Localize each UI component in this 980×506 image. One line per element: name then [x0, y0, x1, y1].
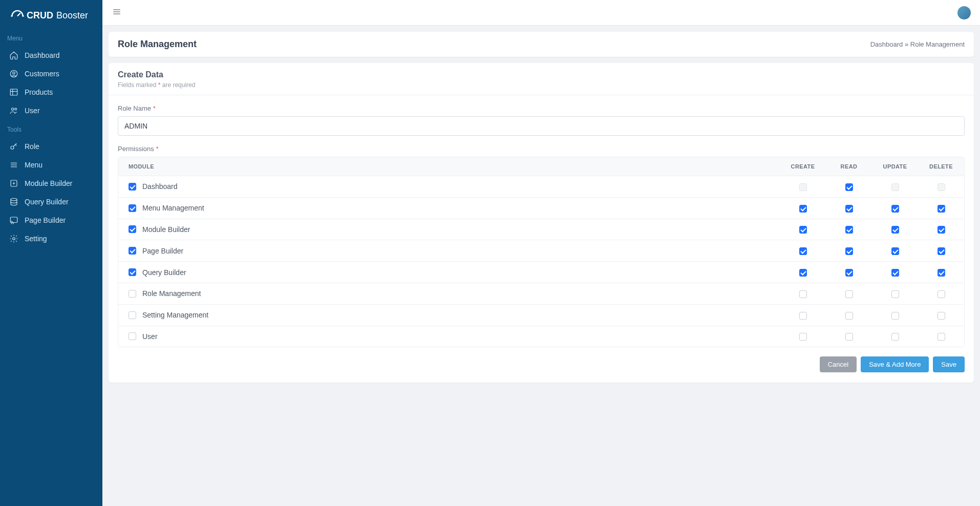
hamburger-icon	[112, 10, 122, 18]
perm-update-checkbox	[891, 183, 899, 191]
perm-create-checkbox[interactable]	[799, 290, 807, 298]
perm-delete-checkbox[interactable]	[938, 269, 945, 277]
breadcrumb-current: Role Management	[910, 40, 965, 48]
perm-read-checkbox[interactable]	[845, 290, 853, 298]
sidebar-item-setting[interactable]: Setting	[0, 229, 102, 248]
perm-create-checkbox[interactable]	[799, 247, 807, 255]
module-name: Menu Management	[142, 204, 204, 212]
perm-update-checkbox[interactable]	[891, 226, 899, 234]
brand-logo[interactable]: CRUDBooster	[0, 0, 102, 29]
table-row: Menu Management	[118, 197, 964, 219]
perm-update-checkbox[interactable]	[891, 312, 899, 320]
perm-create-checkbox[interactable]	[799, 269, 807, 277]
brand-light: Booster	[56, 10, 88, 21]
perm-create-checkbox[interactable]	[799, 226, 807, 234]
perm-read-checkbox[interactable]	[845, 226, 853, 234]
brand-gauge-icon	[10, 8, 25, 24]
perm-read-checkbox[interactable]	[845, 312, 853, 320]
sidebar-item-query-builder[interactable]: Query Builder	[0, 193, 102, 211]
sidebar-section-tools: Tools	[0, 120, 102, 137]
perm-update-checkbox[interactable]	[891, 290, 899, 298]
module-enable-checkbox[interactable]	[129, 183, 136, 191]
perm-create-checkbox[interactable]	[799, 205, 807, 213]
module-enable-checkbox[interactable]	[129, 204, 136, 212]
module-name: User	[142, 332, 158, 341]
perm-update-checkbox[interactable]	[891, 333, 899, 341]
sidebar-item-user[interactable]: User	[0, 101, 102, 120]
sidebar-section-menu: Menu	[0, 29, 102, 46]
svg-point-1	[13, 72, 15, 74]
module-name: Module Builder	[142, 225, 190, 234]
module-enable-checkbox[interactable]	[129, 247, 136, 255]
form-actions: Cancel Save & Add More Save	[118, 356, 965, 372]
perm-delete-checkbox[interactable]	[938, 247, 945, 255]
perm-read-checkbox[interactable]	[845, 183, 853, 191]
module-name: Dashboard	[142, 182, 178, 191]
perm-update-checkbox[interactable]	[891, 247, 899, 255]
table-row: Role Management	[118, 283, 964, 304]
module-enable-checkbox[interactable]	[129, 225, 136, 233]
users-icon	[9, 106, 18, 115]
sidebar-item-products[interactable]: Products	[0, 83, 102, 101]
perm-read-checkbox[interactable]	[845, 205, 853, 213]
gear-icon	[9, 234, 18, 243]
sidebar-item-label: Query Builder	[25, 198, 69, 206]
svg-point-6	[15, 108, 17, 110]
sidebar-item-label: Role	[25, 142, 39, 151]
perm-update-checkbox[interactable]	[891, 205, 899, 213]
role-name-input[interactable]	[118, 116, 965, 136]
role-name-label: Role Name *	[118, 104, 965, 112]
table-row: Query Builder	[118, 262, 964, 283]
permissions-table: Module Create Read Update Delete Dashboa…	[118, 157, 965, 347]
avatar[interactable]	[957, 6, 971, 19]
perm-create-checkbox[interactable]	[799, 333, 807, 341]
module-name: Query Builder	[142, 268, 186, 277]
perm-read-checkbox[interactable]	[845, 247, 853, 255]
module-enable-checkbox[interactable]	[129, 290, 136, 298]
key-icon	[9, 142, 18, 151]
sidebar-item-role[interactable]: Role	[0, 137, 102, 156]
perm-create-checkbox[interactable]	[799, 312, 807, 320]
perm-delete-checkbox[interactable]	[938, 205, 945, 213]
module-name: Setting Management	[142, 311, 208, 319]
perm-read-checkbox[interactable]	[845, 333, 853, 341]
perm-read-checkbox[interactable]	[845, 269, 853, 277]
perm-delete-checkbox[interactable]	[938, 333, 945, 341]
table-row: Module Builder	[118, 219, 964, 240]
perm-delete-checkbox[interactable]	[938, 312, 945, 320]
save-and-add-more-button[interactable]: Save & Add More	[861, 356, 929, 372]
svg-point-12	[11, 198, 17, 201]
module-enable-checkbox[interactable]	[129, 268, 136, 276]
module-enable-checkbox[interactable]	[129, 332, 136, 340]
table-row: Dashboard	[118, 176, 964, 198]
page-title: Role Management	[118, 39, 197, 50]
svg-rect-13	[10, 217, 17, 223]
svg-point-14	[13, 238, 15, 240]
database-icon	[9, 197, 18, 206]
table-row: Page Builder	[118, 240, 964, 262]
save-button[interactable]: Save	[933, 356, 965, 372]
col-delete: Delete	[918, 157, 964, 176]
col-read: Read	[826, 157, 872, 176]
module-name: Page Builder	[142, 247, 183, 255]
perm-delete-checkbox	[938, 183, 945, 191]
cancel-button[interactable]: Cancel	[820, 356, 857, 372]
sidebar-item-module-builder[interactable]: Module Builder	[0, 174, 102, 193]
sidebar-item-dashboard[interactable]: Dashboard	[0, 46, 102, 65]
sidebar-item-page-builder[interactable]: Page Builder	[0, 211, 102, 229]
perm-update-checkbox[interactable]	[891, 269, 899, 277]
module-enable-checkbox[interactable]	[129, 311, 136, 319]
table-row: Setting Management	[118, 304, 964, 326]
sidebar-item-menu[interactable]: Menu	[0, 156, 102, 174]
breadcrumb-root[interactable]: Dashboard	[870, 40, 903, 48]
perm-delete-checkbox[interactable]	[938, 290, 945, 298]
cast-icon	[9, 216, 18, 225]
sidebar-item-label: User	[25, 107, 40, 115]
breadcrumb: Dashboard » Role Management	[870, 40, 965, 48]
sidebar-item-customers[interactable]: Customers	[0, 65, 102, 83]
sidebar-item-label: Page Builder	[25, 216, 66, 224]
sidebar-toggle-button[interactable]	[109, 4, 125, 22]
table-row: User	[118, 326, 964, 347]
perm-delete-checkbox[interactable]	[938, 226, 945, 234]
svg-rect-2	[10, 89, 17, 95]
